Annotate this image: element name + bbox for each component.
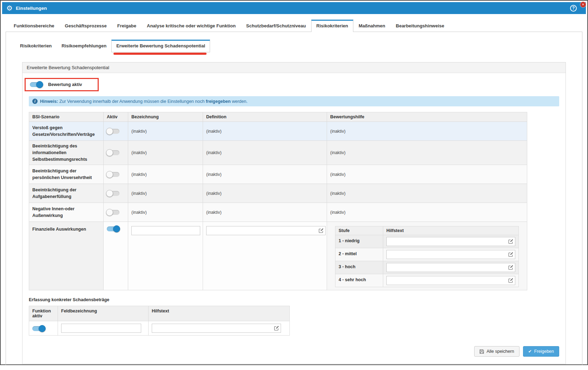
scenario-cell: Verstoß gegen Gesetze/Vorschriften/Vertr…	[29, 122, 104, 141]
edit-icon[interactable]	[508, 278, 513, 283]
header-feldbezeichnung: Feldbezeichnung	[58, 306, 149, 321]
bewertungshilfe-cell: (inaktiv)	[327, 184, 527, 203]
definition-cell: (inaktiv)	[203, 184, 327, 203]
hint-label: Hinweis:	[40, 99, 58, 104]
panel-title: Erweiterte Bewertung Schadenspotential	[22, 62, 566, 73]
toggle-knob	[106, 171, 113, 178]
hilfstext-input[interactable]	[152, 324, 281, 333]
toggle-knob	[106, 190, 113, 197]
release-label: Freigeben	[534, 349, 554, 354]
hint-text: Hinweis: Zur Verwendung innerhalb der An…	[40, 99, 248, 104]
edit-icon[interactable]	[274, 326, 279, 331]
bewertung-aktiv-toggle[interactable]	[30, 82, 43, 87]
info-icon: i	[32, 99, 38, 104]
release-button[interactable]: ✔ Freigeben	[523, 346, 559, 357]
scenario-row-unversehrtheit: Beeinträchtigung der persönlichen Unvers…	[29, 165, 527, 184]
row-active-toggle[interactable]	[107, 210, 119, 215]
bewertung-aktiv-label: Bewertung aktiv	[48, 82, 82, 87]
header-stufe: Stufe	[335, 226, 383, 235]
level-hilfstext-input-1[interactable]	[386, 237, 515, 246]
scenario-row-aufgabenerfuellung: Beeinträchtigung der Aufgabenerfüllung (…	[29, 184, 527, 203]
header-hilfstext: Hilfstext	[149, 306, 290, 321]
damage-active-toggle[interactable]	[32, 326, 45, 331]
row-active-toggle[interactable]	[107, 129, 119, 134]
bewertungshilfe-cell: (inaktiv)	[327, 165, 527, 184]
main-tabs: Funktionsbereiche Geschäftsprozesse Frei…	[6, 20, 582, 32]
tab-analyse-kritische-funktion[interactable]: Analyse kritische oder wichtige Funktion	[142, 20, 241, 32]
tab-funktionsbereiche[interactable]: Funktionsbereiche	[8, 20, 60, 32]
tab-massnahmen[interactable]: Maßnahmen	[353, 20, 391, 32]
definition-cell: (inaktiv)	[203, 203, 327, 222]
edit-icon[interactable]	[508, 252, 513, 257]
feldbezeichnung-input[interactable]	[61, 324, 141, 333]
row-active-toggle[interactable]	[107, 150, 119, 155]
scenario-table-header: BSI-Szenario Aktiv Bezeichnung Definitio…	[29, 112, 527, 122]
tab-schutzbedarf[interactable]: Schutzbedarf/Schutzniveau	[241, 20, 311, 32]
subtab-label: Erweiterte Bewertung Schadenspotential	[116, 43, 205, 48]
scenario-row-verstoss: Verstoß gegen Gesetze/Vorschriften/Vertr…	[29, 122, 527, 141]
bewertungshilfe-cell: (inaktiv)	[327, 141, 527, 165]
tab-freigabe[interactable]: Freigabe	[112, 20, 142, 32]
toggle-knob	[106, 209, 113, 216]
annotation-underline	[113, 53, 207, 55]
content-frame: Risikokriterien Risikoempfehlungen Erwei…	[6, 32, 582, 365]
toggle-knob	[106, 128, 113, 135]
window-title: Einstellungen	[16, 6, 47, 11]
help-icon[interactable]: ?	[570, 5, 577, 12]
definition-cell: (inaktiv)	[203, 122, 327, 141]
bezeichnung-cell: (inaktiv)	[128, 141, 203, 165]
level-label: 1 - niedrig	[335, 235, 383, 248]
hint-text-after: werden.	[232, 99, 247, 104]
bezeichnung-cell: (inaktiv)	[128, 165, 203, 184]
save-icon	[479, 349, 484, 354]
gear-icon: ⚙	[6, 5, 13, 12]
level-hilfstext-input-4[interactable]	[386, 276, 515, 285]
row-active-toggle[interactable]	[107, 172, 119, 177]
tab-geschaeftsprozesse[interactable]: Geschäftsprozesse	[60, 20, 112, 32]
level-label: 2 - mittel	[335, 248, 383, 261]
definition-input[interactable]	[206, 226, 326, 235]
tab-bearbeitungshinweise[interactable]: Bearbeitungshinweise	[391, 20, 450, 32]
bewertungshilfe-cell: Stufe Hilfstext 1 - niedrig	[327, 222, 527, 290]
damage-table: Funktion aktiv Feldbezeichnung Hilfstext	[29, 306, 290, 336]
tab-risikokriterien[interactable]: Risikokriterien	[311, 20, 353, 32]
row-active-toggle[interactable]	[107, 191, 119, 196]
bewertungshilfe-cell: (inaktiv)	[327, 203, 527, 222]
definition-cell: (inaktiv)	[203, 165, 327, 184]
subtab-risikokriterien[interactable]: Risikokriterien	[15, 40, 57, 52]
levels-header: Stufe Hilfstext	[335, 226, 519, 235]
scenario-cell: Beeinträchtigung der persönlichen Unvers…	[29, 165, 104, 184]
header-bsi-szenario: BSI-Szenario	[29, 112, 104, 122]
close-icon[interactable]: ✕	[580, 2, 586, 7]
toggle-knob	[106, 149, 113, 156]
erweiterte-bewertung-panel: Erweiterte Bewertung Schadenspotential B…	[22, 62, 566, 364]
definition-cell	[203, 222, 327, 290]
edit-icon[interactable]	[319, 228, 324, 233]
header-bezeichnung: Bezeichnung	[128, 112, 203, 122]
bezeichnung-cell: (inaktiv)	[128, 122, 203, 141]
save-all-label: Alle speichern	[486, 349, 514, 354]
scenario-cell: Negative Innen-oder Außenwirkung	[29, 203, 104, 222]
edit-icon[interactable]	[508, 239, 513, 244]
header-aktiv: Aktiv	[104, 112, 128, 122]
header-hilfstext: Hilfstext	[383, 226, 519, 235]
level-hilfstext-input-3[interactable]	[386, 263, 515, 272]
row-active-toggle[interactable]	[107, 226, 119, 231]
edit-icon[interactable]	[508, 265, 513, 270]
scenario-cell: Beeinträchtigung des informationellen Se…	[29, 141, 104, 165]
scenario-row-selbstbestimmung: Beeinträchtigung des informationellen Se…	[29, 141, 527, 165]
level-row-niedrig: 1 - niedrig	[335, 235, 519, 248]
check-icon: ✔	[528, 349, 532, 354]
subtab-erweiterte-bewertung[interactable]: Erweiterte Bewertung Schadenspotential	[111, 40, 210, 52]
hint-bar: i Hinweis: Zur Verwendung innerhalb der …	[29, 96, 559, 106]
level-row-hoch: 3 - hoch	[335, 261, 519, 274]
subtab-risikoempfehlungen[interactable]: Risikoempfehlungen	[57, 40, 111, 52]
save-all-button[interactable]: Alle speichern	[474, 346, 520, 357]
titlebar: ⚙ Einstellungen ?	[2, 2, 586, 14]
level-hilfstext-input-2[interactable]	[386, 250, 515, 259]
bezeichnung-input[interactable]	[131, 226, 200, 235]
scenario-table: BSI-Szenario Aktiv Bezeichnung Definitio…	[29, 112, 527, 290]
scenario-row-aussenwirkung: Negative Innen-oder Außenwirkung (inakti…	[29, 203, 527, 222]
toggle-knob	[113, 225, 120, 232]
header-definition: Definition	[203, 112, 327, 122]
